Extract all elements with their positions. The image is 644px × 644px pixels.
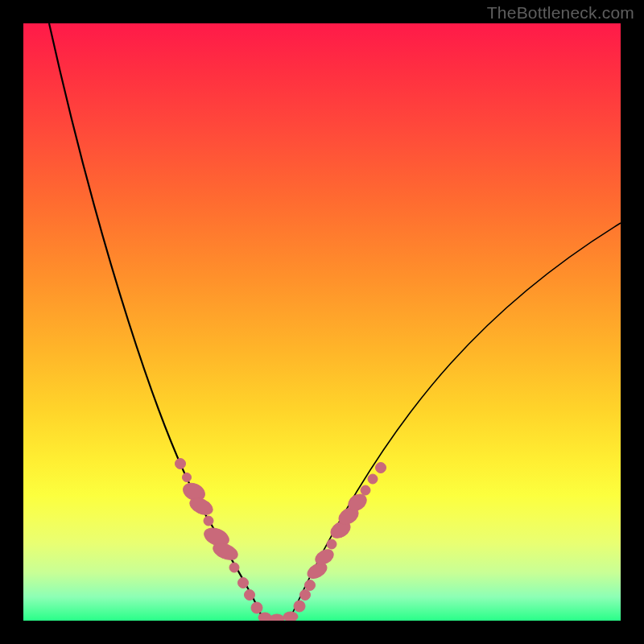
chart-area — [23, 23, 621, 621]
data-dot — [183, 473, 192, 482]
data-dot — [368, 474, 378, 484]
data-dot — [245, 590, 255, 601]
data-dot — [294, 601, 305, 612]
data-dot — [251, 602, 262, 613]
data-dot — [327, 539, 336, 549]
data-dot — [300, 590, 311, 601]
data-dot — [361, 485, 370, 495]
data-dot — [204, 516, 213, 526]
data-dot — [376, 463, 386, 473]
curve-left-curve — [49, 23, 263, 621]
data-dot — [305, 580, 316, 591]
watermark-text: TheBottleneck.com — [487, 3, 634, 23]
curve-right-curve — [289, 223, 621, 621]
data-dot — [238, 578, 249, 588]
data-dot — [283, 612, 298, 621]
data-dot — [270, 614, 284, 621]
data-dot — [229, 563, 239, 572]
data-dot — [175, 459, 186, 469]
dots-group — [175, 459, 386, 621]
chart-svg — [23, 23, 621, 621]
